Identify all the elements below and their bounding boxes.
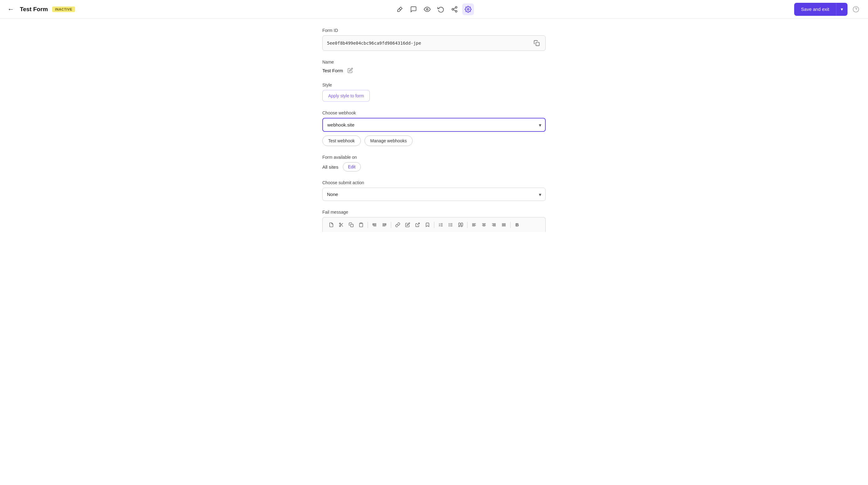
history-icon — [437, 6, 444, 13]
edit-name-button[interactable] — [346, 67, 354, 74]
svg-rect-15 — [350, 224, 353, 227]
svg-line-5 — [454, 7, 456, 9]
pencil-icon — [347, 68, 353, 73]
edit-link-button[interactable] — [403, 221, 412, 229]
bookmark-icon — [425, 222, 430, 227]
align-left-button[interactable] — [470, 221, 478, 229]
save-exit-button[interactable]: Save and exit — [794, 3, 836, 16]
submit-action-section: Choose submit action None ▾ — [322, 180, 546, 201]
svg-rect-16 — [360, 223, 362, 224]
svg-rect-9 — [536, 42, 539, 46]
scissors-icon — [339, 222, 344, 227]
ordered-list-icon — [438, 222, 443, 227]
webhook-select-wrapper: webhook.site ▾ — [322, 118, 546, 132]
webhook-label: Choose webhook — [322, 110, 546, 116]
external-link-button[interactable] — [413, 221, 422, 229]
svg-point-6 — [467, 8, 469, 10]
edit-available-button[interactable]: Edit — [343, 162, 361, 171]
share-icon — [451, 6, 458, 13]
settings-icon — [465, 6, 471, 13]
save-dropdown-button[interactable]: ▾ — [836, 3, 847, 16]
svg-point-34 — [449, 226, 449, 226]
submit-action-select[interactable]: None — [322, 188, 546, 201]
wand-button[interactable] — [394, 3, 406, 15]
form-id-container: 5ee0f8b499e04cbc96ca9fd9864316dd-jpe — [322, 35, 546, 51]
justify-button[interactable] — [499, 221, 508, 229]
available-value: All sites — [322, 164, 338, 170]
back-arrow-icon: ← — [7, 5, 14, 13]
header: ← Test Form INACTIVE Save and exit ▾ — [0, 0, 868, 19]
svg-point-3 — [456, 10, 457, 12]
header-icons — [291, 3, 577, 15]
form-id-value: 5ee0f8b499e04cbc96ca9fd9864316dd-jpe — [327, 41, 532, 45]
new-doc-icon — [329, 222, 334, 227]
unordered-list-button[interactable] — [446, 221, 455, 229]
align-center-icon — [482, 222, 487, 227]
svg-point-11 — [339, 225, 341, 227]
webhook-select[interactable]: webhook.site — [322, 118, 546, 132]
svg-point-33 — [449, 225, 449, 225]
available-section: Form available on All sites Edit — [322, 155, 546, 171]
header-left: ← Test Form INACTIVE — [6, 4, 291, 14]
unordered-list-icon — [448, 222, 453, 227]
align-right-button[interactable] — [490, 221, 498, 229]
history-button[interactable] — [435, 3, 447, 15]
svg-point-1 — [456, 6, 457, 8]
justify-icon — [501, 222, 506, 227]
name-section: Name Test Form — [322, 60, 546, 74]
available-label: Form available on — [322, 155, 546, 160]
scissors-button[interactable] — [337, 221, 346, 229]
svg-point-2 — [452, 8, 454, 10]
paste-button[interactable] — [357, 221, 366, 229]
chat-icon — [410, 6, 417, 13]
available-row: All sites Edit — [322, 162, 546, 171]
apply-style-button[interactable]: Apply style to form — [322, 90, 370, 102]
copy-id-button[interactable] — [532, 39, 541, 47]
link-icon — [395, 222, 400, 227]
toolbar-divider — [368, 222, 368, 228]
copy-icon — [534, 40, 540, 46]
main-content: Form ID 5ee0f8b499e04cbc96ca9fd9864316dd… — [316, 19, 552, 259]
blockquote-button[interactable] — [456, 221, 465, 229]
link-button[interactable] — [393, 221, 402, 229]
webhook-section: Choose webhook webhook.site ▾ Test webho… — [322, 110, 546, 146]
align-right-icon — [491, 222, 496, 227]
submit-action-label: Choose submit action — [322, 180, 546, 185]
wand-icon — [397, 6, 403, 13]
name-label: Name — [322, 60, 546, 65]
svg-line-14 — [340, 224, 341, 225]
toolbar-divider — [391, 222, 391, 228]
fail-message-section: Fail message — [322, 209, 546, 232]
copy-button[interactable] — [347, 221, 355, 229]
external-link-icon — [415, 222, 420, 227]
bold-button[interactable]: B — [513, 221, 522, 229]
settings-button[interactable] — [462, 3, 474, 15]
svg-line-13 — [342, 225, 343, 226]
back-button[interactable]: ← — [6, 4, 16, 14]
form-id-label: Form ID — [322, 28, 546, 33]
help-button[interactable] — [850, 3, 862, 15]
blockquote-icon — [458, 222, 463, 227]
form-id-section: Form ID 5ee0f8b499e04cbc96ca9fd9864316dd… — [322, 28, 546, 51]
name-value: Test Form — [322, 68, 343, 73]
bookmark-button[interactable] — [423, 221, 432, 229]
name-row: Test Form — [322, 67, 546, 74]
outdent-button[interactable] — [370, 221, 379, 229]
status-badge: INACTIVE — [52, 6, 75, 12]
ordered-list-button[interactable] — [436, 221, 445, 229]
test-webhook-button[interactable]: Test webhook — [322, 135, 361, 146]
header-right: Save and exit ▾ — [577, 3, 862, 16]
manage-webhooks-button[interactable]: Manage webhooks — [365, 135, 413, 146]
fail-message-toolbar: B — [322, 217, 546, 232]
submit-action-select-wrapper: None ▾ — [322, 188, 546, 201]
new-doc-button[interactable] — [327, 221, 336, 229]
chat-button[interactable] — [408, 3, 420, 15]
fail-message-label: Fail message — [322, 209, 546, 215]
svg-point-0 — [426, 8, 428, 10]
eye-button[interactable] — [421, 3, 433, 15]
share-button[interactable] — [448, 3, 460, 15]
indent-button[interactable] — [380, 221, 389, 229]
style-section: Style Apply style to form — [322, 83, 546, 102]
align-center-button[interactable] — [479, 221, 488, 229]
svg-line-4 — [454, 10, 456, 11]
